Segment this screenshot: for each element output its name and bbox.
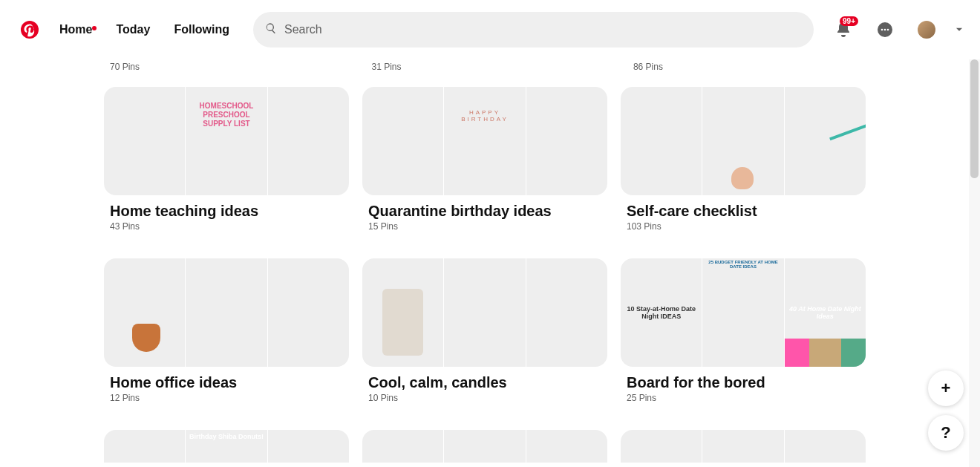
- profile-button[interactable]: [909, 12, 944, 48]
- chevron-down-icon: [954, 25, 964, 35]
- scrollbar-thumb[interactable]: [970, 59, 979, 178]
- chat-icon: [876, 21, 894, 39]
- nav-home[interactable]: Home: [48, 14, 104, 45]
- board-thumb: [702, 258, 783, 367]
- board-thumb: [526, 258, 607, 367]
- board-thumb: [526, 430, 607, 463]
- main-content: 70 Pins 31 Pins 86 Pins Home teaching id…: [0, 59, 980, 467]
- board-title: Home office ideas: [110, 374, 343, 391]
- board-thumb: [186, 87, 267, 195]
- board-thumb: [186, 258, 267, 367]
- board-thumb: [444, 87, 525, 195]
- board-thumb: [785, 87, 866, 195]
- notification-badge: 99+: [840, 16, 858, 26]
- avatar-icon: [918, 21, 935, 39]
- board-thumb: [362, 430, 443, 463]
- board-thumb: [526, 87, 607, 195]
- board-thumb: [104, 87, 185, 195]
- board-pin-count: 70 Pins: [110, 62, 355, 72]
- board-cover: [621, 430, 866, 463]
- board-pin-count: 103 Pins: [627, 221, 860, 232]
- board-pin-count: 12 Pins: [110, 393, 343, 403]
- boards-grid: Home teaching ideas 43 Pins Quarantine b…: [0, 87, 980, 463]
- board-card[interactable]: Home office ideas 12 Pins: [104, 258, 349, 403]
- board-thumb: [785, 258, 866, 367]
- board-thumb: [268, 430, 349, 463]
- help-button[interactable]: ?: [928, 415, 964, 451]
- board-thumb: [785, 430, 866, 463]
- board-pin-count: 43 Pins: [110, 221, 343, 232]
- board-card[interactable]: [362, 430, 607, 463]
- add-button[interactable]: +: [928, 370, 964, 406]
- nav-today[interactable]: Today: [104, 14, 162, 45]
- board-cover: [362, 258, 607, 367]
- svg-point-4: [887, 29, 889, 31]
- board-pin-count: 31 Pins: [371, 62, 616, 72]
- top-header: Home Today Following 99+: [0, 0, 980, 59]
- board-thumb: [268, 258, 349, 367]
- board-thumb: [702, 87, 783, 195]
- board-title: Home teaching ideas: [110, 203, 343, 220]
- board-card[interactable]: Quarantine birthday ideas 15 Pins: [362, 87, 607, 232]
- search-container: [253, 12, 814, 48]
- board-thumb: [621, 430, 702, 463]
- board-pin-count: 25 Pins: [627, 393, 860, 403]
- board-cover: [104, 87, 349, 195]
- board-cover: [362, 87, 607, 195]
- main-nav: Home Today Following: [48, 14, 241, 45]
- floating-actions: + ?: [928, 370, 964, 451]
- board-cover: [104, 430, 349, 463]
- board-thumb: [104, 430, 185, 463]
- board-title: Quarantine birthday ideas: [368, 203, 601, 220]
- header-actions: 99+: [826, 12, 968, 48]
- board-pin-count: 10 Pins: [368, 393, 601, 403]
- board-thumb: [104, 258, 185, 367]
- board-title: Board for the bored: [627, 374, 860, 391]
- board-thumb: [444, 430, 525, 463]
- board-title: Self-care checklist: [627, 203, 860, 220]
- board-card[interactable]: Self-care checklist 103 Pins: [621, 87, 866, 232]
- search-input[interactable]: [253, 12, 814, 48]
- search-icon: [265, 22, 277, 37]
- board-cover: [362, 430, 607, 463]
- board-card[interactable]: Cool, calm, candles 10 Pins: [362, 258, 607, 403]
- board-thumb: [186, 430, 267, 463]
- notifications-button[interactable]: 99+: [826, 12, 861, 48]
- partial-board-row-above: 70 Pins 31 Pins 86 Pins: [0, 59, 980, 87]
- board-thumb: [702, 430, 783, 463]
- board-cover: [621, 87, 866, 195]
- pinterest-logo-icon[interactable]: [21, 21, 39, 39]
- nav-following[interactable]: Following: [162, 14, 241, 45]
- board-thumb: [268, 87, 349, 195]
- svg-point-3: [884, 29, 886, 31]
- board-pin-count: 86 Pins: [633, 62, 878, 72]
- board-pin-count: 15 Pins: [368, 221, 601, 232]
- board-card[interactable]: Board for the bored 25 Pins: [621, 258, 866, 403]
- board-card[interactable]: [104, 430, 349, 463]
- svg-point-2: [881, 29, 883, 31]
- board-thumb: [621, 258, 702, 367]
- board-card[interactable]: Home teaching ideas 43 Pins: [104, 87, 349, 232]
- board-thumb: [621, 87, 702, 195]
- board-thumb: [362, 87, 443, 195]
- board-title: Cool, calm, candles: [368, 374, 601, 391]
- board-thumb: [362, 258, 443, 367]
- board-cover: [104, 258, 349, 367]
- question-icon: ?: [941, 423, 950, 442]
- board-card[interactable]: [621, 430, 866, 463]
- board-cover: [621, 258, 866, 367]
- account-menu-button[interactable]: [950, 12, 968, 48]
- board-thumb: [444, 258, 525, 367]
- plus-icon: +: [941, 379, 951, 398]
- vertical-scrollbar[interactable]: [969, 59, 980, 467]
- messages-button[interactable]: [867, 12, 903, 48]
